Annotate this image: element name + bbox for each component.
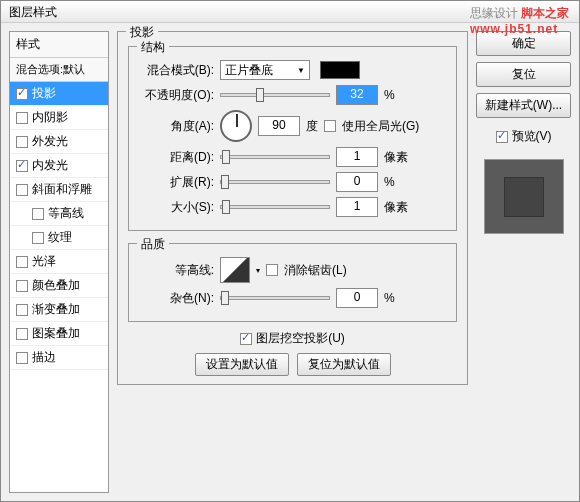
style-checkbox[interactable]	[16, 280, 28, 292]
distance-slider[interactable]	[220, 155, 330, 159]
reset-default-button[interactable]: 复位为默认值	[297, 353, 391, 376]
opacity-label: 不透明度(O):	[139, 87, 214, 104]
global-light-label: 使用全局光(G)	[342, 118, 419, 135]
sidebar-item-9[interactable]: 渐变叠加	[10, 298, 108, 322]
antialias-checkbox[interactable]	[266, 264, 278, 276]
effect-panel: 投影 结构 混合模式(B): 正片叠底▼ 不透明度(O): 32 %	[117, 31, 468, 385]
contour-picker[interactable]	[220, 257, 250, 283]
opacity-input[interactable]: 32	[336, 85, 378, 105]
style-item-label: 外发光	[32, 133, 68, 150]
knockout-checkbox[interactable]	[240, 333, 252, 345]
angle-dial[interactable]	[220, 110, 252, 142]
style-checkbox[interactable]	[16, 328, 28, 340]
style-item-label: 内阴影	[32, 109, 68, 126]
spread-label: 扩展(R):	[139, 174, 214, 191]
style-checkbox[interactable]	[16, 256, 28, 268]
size-label: 大小(S):	[139, 199, 214, 216]
style-item-label: 等高线	[48, 205, 84, 222]
style-item-label: 纹理	[48, 229, 72, 246]
style-checkbox[interactable]	[16, 112, 28, 124]
knockout-label: 图层挖空投影(U)	[256, 330, 345, 347]
chevron-down-icon[interactable]: ▾	[256, 266, 260, 275]
preview-box	[484, 159, 564, 234]
style-item-label: 描边	[32, 349, 56, 366]
size-slider[interactable]	[220, 205, 330, 209]
sidebar-item-8[interactable]: 颜色叠加	[10, 274, 108, 298]
structure-group: 结构 混合模式(B): 正片叠底▼ 不透明度(O): 32 % 角度(A):	[128, 46, 457, 231]
quality-title: 品质	[137, 236, 169, 253]
style-item-label: 光泽	[32, 253, 56, 270]
angle-label: 角度(A):	[139, 118, 214, 135]
sidebar-item-11[interactable]: 描边	[10, 346, 108, 370]
layer-style-dialog: 图层样式 思缘设计 脚本之家 www.jb51.net 样式 混合选项:默认 投…	[0, 0, 580, 502]
angle-input[interactable]: 90	[258, 116, 300, 136]
quality-group: 品质 等高线: ▾ 消除锯齿(L) 杂色(N): 0 %	[128, 243, 457, 322]
style-item-label: 图案叠加	[32, 325, 80, 342]
cancel-button[interactable]: 复位	[476, 62, 571, 87]
noise-slider[interactable]	[220, 296, 330, 300]
new-style-button[interactable]: 新建样式(W)...	[476, 93, 571, 118]
style-checkbox[interactable]	[16, 88, 28, 100]
sidebar-item-2[interactable]: 外发光	[10, 130, 108, 154]
blend-mode-label: 混合模式(B):	[139, 62, 214, 79]
style-item-label: 投影	[32, 85, 56, 102]
style-item-label: 斜面和浮雕	[32, 181, 92, 198]
style-checkbox[interactable]	[32, 208, 44, 220]
style-checkbox[interactable]	[32, 232, 44, 244]
dialog-title: 图层样式	[9, 5, 57, 19]
style-item-label: 颜色叠加	[32, 277, 80, 294]
chevron-down-icon: ▼	[297, 66, 305, 75]
distance-input[interactable]: 1	[336, 147, 378, 167]
sidebar-item-1[interactable]: 内阴影	[10, 106, 108, 130]
noise-input[interactable]: 0	[336, 288, 378, 308]
style-checkbox[interactable]	[16, 184, 28, 196]
style-checkbox[interactable]	[16, 136, 28, 148]
preview-label: 预览(V)	[512, 128, 552, 145]
antialias-label: 消除锯齿(L)	[284, 262, 347, 279]
style-item-label: 内发光	[32, 157, 68, 174]
style-checkbox[interactable]	[16, 304, 28, 316]
contour-label: 等高线:	[139, 262, 214, 279]
spread-slider[interactable]	[220, 180, 330, 184]
structure-title: 结构	[137, 39, 169, 56]
sidebar-item-7[interactable]: 光泽	[10, 250, 108, 274]
sidebar-item-5[interactable]: 等高线	[10, 202, 108, 226]
style-checkbox[interactable]	[16, 352, 28, 364]
sidebar-item-4[interactable]: 斜面和浮雕	[10, 178, 108, 202]
shadow-color-swatch[interactable]	[320, 61, 360, 79]
global-light-checkbox[interactable]	[324, 120, 336, 132]
style-checkbox[interactable]	[16, 160, 28, 172]
style-sidebar: 样式 混合选项:默认 投影内阴影外发光内发光斜面和浮雕等高线纹理光泽颜色叠加渐变…	[9, 31, 109, 493]
sidebar-item-6[interactable]: 纹理	[10, 226, 108, 250]
distance-label: 距离(D):	[139, 149, 214, 166]
preview-checkbox[interactable]	[496, 131, 508, 143]
opacity-slider[interactable]	[220, 93, 330, 97]
sidebar-item-10[interactable]: 图案叠加	[10, 322, 108, 346]
size-input[interactable]: 1	[336, 197, 378, 217]
sidebar-item-3[interactable]: 内发光	[10, 154, 108, 178]
noise-label: 杂色(N):	[139, 290, 214, 307]
spread-input[interactable]: 0	[336, 172, 378, 192]
blend-mode-select[interactable]: 正片叠底▼	[220, 60, 310, 80]
preview-swatch	[504, 177, 544, 217]
sidebar-item-0[interactable]: 投影	[10, 82, 108, 106]
sidebar-header: 样式	[10, 32, 108, 58]
style-item-label: 渐变叠加	[32, 301, 80, 318]
set-default-button[interactable]: 设置为默认值	[195, 353, 289, 376]
sidebar-blend-options[interactable]: 混合选项:默认	[10, 58, 108, 82]
watermark: 思缘设计 脚本之家 www.jb51.net	[470, 5, 569, 36]
